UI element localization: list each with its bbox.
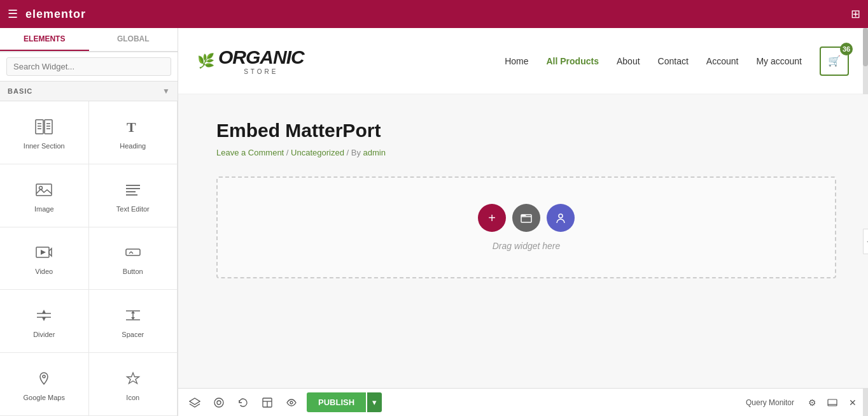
nav-links: Home All Products About Contact Account … <box>505 47 849 76</box>
preview-icon[interactable] <box>281 392 302 413</box>
hamburger-icon[interactable]: ☰ <box>8 7 18 21</box>
logo-sub-text: STORE <box>218 68 304 75</box>
close-icon[interactable]: ✕ <box>844 394 862 412</box>
svg-point-35 <box>214 398 223 407</box>
folder-button[interactable] <box>512 204 540 232</box>
svg-rect-18 <box>126 249 140 255</box>
sidebar: ELEMENTS GLOBAL BASIC ▼ <box>0 28 178 416</box>
person-button[interactable] <box>547 204 575 232</box>
main-layout: ELEMENTS GLOBAL BASIC ▼ <box>0 28 868 416</box>
svg-point-33 <box>559 214 563 218</box>
elementor-logo: elementor <box>25 8 86 21</box>
widget-button[interactable]: Button <box>89 227 178 290</box>
publish-group: PUBLISH ▾ <box>307 392 382 412</box>
widget-spacer[interactable]: Spacer <box>89 290 178 353</box>
store-header: 🌿 ORGANIC STORE Home All Products About … <box>178 28 868 94</box>
widget-grid: Inner Section T Heading <box>0 101 178 416</box>
search-input[interactable] <box>6 57 171 76</box>
page-title: Embed MatterPort <box>216 120 836 141</box>
text-editor-icon <box>124 182 142 200</box>
svg-text:T: T <box>127 119 136 134</box>
widget-icon[interactable]: Icon <box>89 353 178 416</box>
section-header-basic[interactable]: BASIC ▼ <box>0 82 178 101</box>
widget-heading[interactable]: T Heading <box>89 101 178 164</box>
svg-rect-9 <box>36 184 52 196</box>
svg-marker-17 <box>41 250 46 255</box>
scrollbar-thumb[interactable] <box>863 28 868 66</box>
cart-badge: 36 <box>840 43 853 55</box>
widget-image-label: Image <box>34 205 54 213</box>
widget-inner-section[interactable]: Inner Section <box>0 101 89 164</box>
cart-icon-wrapper[interactable]: 🛒 36 <box>820 47 849 76</box>
sidebar-collapse-handle[interactable]: ◀ <box>863 229 868 254</box>
nav-account[interactable]: Account <box>706 56 739 66</box>
sidebar-tabs: ELEMENTS GLOBAL <box>0 28 178 52</box>
widget-video-label: Video <box>35 268 53 275</box>
publish-dropdown-button[interactable]: ▾ <box>367 392 382 412</box>
publish-button[interactable]: PUBLISH <box>307 392 366 412</box>
video-icon <box>35 245 53 262</box>
logo-main-text: ORGANIC <box>218 47 304 68</box>
settings-icon[interactable]: ⚙ <box>803 394 821 412</box>
meta-by: By <box>351 148 363 157</box>
tab-global[interactable]: GLOBAL <box>89 28 178 51</box>
svg-line-20 <box>131 252 133 254</box>
top-bar: ☰ elementor ⊞ <box>0 0 868 28</box>
templates-icon[interactable] <box>257 392 277 413</box>
inner-section-icon <box>35 119 53 137</box>
meta-leave-comment[interactable]: Leave a Comment <box>216 148 284 157</box>
store-logo: 🌿 ORGANIC STORE <box>197 47 304 75</box>
widget-inner-section-label: Inner Section <box>24 142 65 150</box>
add-widget-button[interactable]: + <box>478 204 506 232</box>
section-label: BASIC <box>8 87 32 95</box>
tab-elements[interactable]: ELEMENTS <box>0 28 89 51</box>
widget-button-label: Button <box>123 268 143 275</box>
button-icon <box>124 245 142 262</box>
spacer-icon <box>124 308 142 326</box>
drop-text: Drag widget here <box>493 241 561 251</box>
nav-all-products[interactable]: All Products <box>547 56 599 66</box>
drop-zone[interactable]: + Drag widge <box>216 176 836 278</box>
drop-buttons: + <box>478 204 575 232</box>
grid-icon[interactable]: ⊞ <box>851 7 860 21</box>
svg-marker-22 <box>42 310 46 313</box>
svg-marker-31 <box>127 373 139 384</box>
svg-point-36 <box>217 401 221 405</box>
content-area: 🌿 ORGANIC STORE Home All Products About … <box>178 28 868 416</box>
layers-icon[interactable] <box>185 392 205 413</box>
widget-google-maps[interactable]: Google Maps <box>0 353 89 416</box>
query-monitor-label: Query Monitor <box>741 396 799 410</box>
nav-my-account[interactable]: My account <box>756 56 802 66</box>
nav-contact[interactable]: Contact <box>658 56 689 66</box>
image-icon <box>35 182 53 200</box>
meta-author[interactable]: admin <box>363 148 386 157</box>
heading-icon: T <box>124 119 142 137</box>
logo-area: ORGANIC STORE <box>218 47 304 75</box>
nav-about[interactable]: About <box>617 56 640 66</box>
widget-divider[interactable]: Divider <box>0 290 89 353</box>
widget-icon-label: Icon <box>126 394 139 401</box>
widget-spacer-label: Spacer <box>122 331 144 338</box>
google-maps-icon <box>35 371 53 389</box>
bottom-bar: PUBLISH ▾ Query Monitor ⚙ ✕ <box>178 388 868 416</box>
search-bar <box>0 52 178 82</box>
widget-text-editor[interactable]: Text Editor <box>89 164 178 227</box>
responsive-icon[interactable] <box>823 394 841 412</box>
divider-icon <box>35 308 53 326</box>
svg-rect-1 <box>45 120 52 134</box>
widget-divider-label: Divider <box>33 331 55 338</box>
meta-category[interactable]: Uncategorized <box>291 148 344 157</box>
post-meta: Leave a Comment / Uncategorized / By adm… <box>216 148 836 157</box>
widget-heading-label: Heading <box>120 142 146 150</box>
bottom-bar-right: Query Monitor ⚙ ✕ <box>741 394 862 412</box>
widget-video[interactable]: Video <box>0 227 89 290</box>
widget-image[interactable]: Image <box>0 164 89 227</box>
nav-home[interactable]: Home <box>505 56 528 66</box>
meta-sep2: / <box>347 148 351 157</box>
history-icon[interactable] <box>233 392 253 413</box>
style-icon[interactable] <box>209 392 229 413</box>
page-content: ◀ Embed MatterPort Leave a Comment / Unc… <box>178 94 868 388</box>
svg-point-30 <box>43 375 45 378</box>
widget-text-editor-label: Text Editor <box>116 205 150 213</box>
cart-icon: 🛒 <box>828 55 841 67</box>
